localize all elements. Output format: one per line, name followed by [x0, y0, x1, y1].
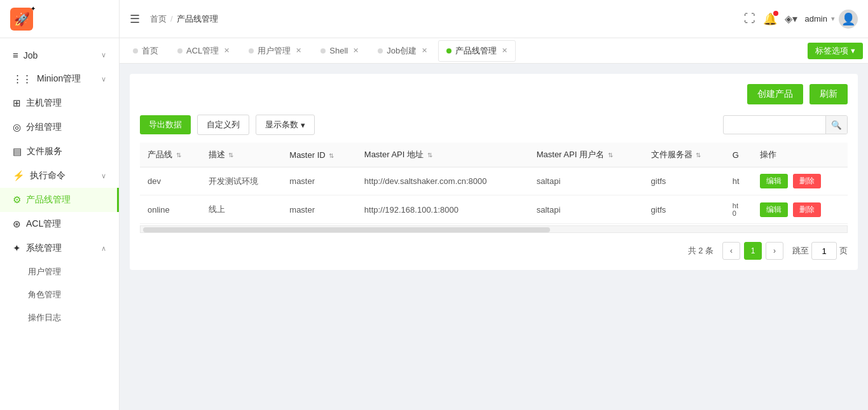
tab-label: Shell [329, 46, 348, 55]
page-jump: 跳至 页 [792, 242, 848, 260]
chevron-down-icon: ∨ [101, 51, 106, 59]
sidebar-item-op-log[interactable]: 操作日志 [0, 306, 119, 329]
tab-user[interactable]: 用户管理 ✕ [240, 40, 310, 62]
sidebar-item-job[interactable]: ≡ Job ∨ [0, 43, 119, 67]
tab-dot [177, 48, 183, 53]
sort-icon[interactable]: ⇅ [696, 152, 701, 159]
sidebar-item-minion[interactable]: ⋮⋮ Minion管理 ∨ [0, 67, 119, 91]
sort-icon[interactable]: ⇅ [329, 152, 334, 159]
page-suffix: 页 [839, 245, 848, 257]
sidebar-item-label: 文件服务 [27, 146, 62, 157]
edit-button[interactable]: 编辑 [760, 174, 788, 188]
sort-icon[interactable]: ⇅ [228, 152, 233, 159]
breadcrumb-current: 产品线管理 [177, 13, 218, 25]
delete-button[interactable]: 删除 [793, 174, 821, 188]
sidebar-item-role-mgmt[interactable]: 角色管理 [0, 283, 119, 306]
breadcrumb-home[interactable]: 首页 [150, 13, 167, 25]
page-prev-button[interactable]: ‹ [722, 242, 740, 260]
tab-product-line[interactable]: 产品线管理 ✕ [438, 40, 516, 62]
cell-action: 编辑 删除 [752, 195, 848, 224]
header-left: ☰ 首页 / 产品线管理 [130, 12, 218, 26]
user-arrow-icon: ▾ [831, 15, 835, 23]
logo-area: 🚀 ✦ [0, 0, 119, 38]
tab-close-icon[interactable]: ✕ [296, 46, 301, 55]
cell-action: 编辑 删除 [752, 167, 848, 195]
export-button[interactable]: 导出数据 [140, 115, 191, 134]
col-header-master-user: Master API 用户名 ⇅ [529, 143, 644, 167]
tag-select-button[interactable]: 标签选项 ▾ [808, 43, 863, 59]
tab-close-icon[interactable]: ✕ [224, 46, 230, 55]
sidebar-item-label: 执行命令 [30, 170, 65, 181]
page-next-button[interactable]: › [766, 242, 783, 260]
sidebar-item-product[interactable]: ⚙ 产品线管理 [0, 188, 119, 212]
sort-icon[interactable]: ⇅ [427, 152, 432, 159]
system-icon: ✦ [13, 243, 21, 254]
sidebar-item-acl[interactable]: ⊛ ACL管理 [0, 212, 119, 236]
notification-wrapper: 🔔 [763, 12, 777, 26]
tab-label: 产品线管理 [455, 45, 497, 57]
job-icon: ≡ [13, 50, 18, 60]
search-button[interactable]: 🔍 [825, 116, 847, 134]
sidebar-item-label: 分组管理 [26, 122, 62, 133]
page-1-button[interactable]: 1 [744, 242, 762, 260]
sidebar: 🚀 ✦ ≡ Job ∨ ⋮⋮ Minion管理 ∨ ⊞ 主机管理 [0, 0, 120, 410]
tab-close-icon[interactable]: ✕ [422, 46, 427, 55]
col-header-file-server: 文件服务器 ⇅ [644, 143, 725, 167]
sidebar-item-label: 产品线管理 [26, 194, 71, 206]
main-area: ☰ 首页 / 产品线管理 ⛶ 🔔 ◈▾ admin ▾ 👤 [120, 0, 868, 410]
tag-select-label: 标签选项 [815, 45, 848, 57]
custom-col-button[interactable]: 自定义列 [197, 115, 249, 135]
exec-icon: ⚡ [13, 170, 25, 181]
sort-icon[interactable]: ⇅ [608, 152, 613, 159]
refresh-button[interactable]: 刷新 [809, 84, 848, 104]
show-rows-label: 显示条数 [265, 119, 298, 131]
hamburger-icon[interactable]: ☰ [130, 12, 140, 26]
show-rows-button[interactable]: 显示条数 ▾ [256, 115, 315, 135]
col-header-desc: 描述 ⇅ [201, 143, 282, 167]
user-info[interactable]: admin ▾ 👤 [805, 10, 858, 29]
cell-master-api: http://192.168.100.1:8000 [357, 195, 529, 224]
fullscreen-icon[interactable]: ⛶ [744, 12, 755, 25]
col-header-g: G [725, 143, 753, 167]
tab-shell[interactable]: Shell ✕ [312, 40, 367, 62]
sidebar-sub-label: 角色管理 [28, 289, 61, 300]
tab-dot-active [446, 48, 451, 53]
sidebar-item-group[interactable]: ◎ 分组管理 [0, 115, 119, 139]
col-header-master-id: Master ID ⇅ [282, 143, 356, 167]
acl-icon: ⊛ [13, 218, 21, 230]
settings-icon[interactable]: ◈▾ [785, 13, 797, 25]
page-jump-input[interactable] [811, 242, 837, 260]
tab-dot [378, 48, 383, 53]
tab-close-icon[interactable]: ✕ [353, 46, 359, 55]
sidebar-sub-label: 操作日志 [28, 312, 61, 323]
breadcrumb: 首页 / 产品线管理 [150, 13, 218, 25]
tab-home[interactable]: 首页 [125, 40, 167, 62]
edit-button[interactable]: 编辑 [760, 202, 788, 217]
host-icon: ⊞ [13, 97, 21, 109]
sidebar-item-user-mgmt[interactable]: 用户管理 [0, 260, 119, 283]
sort-icon[interactable]: ⇅ [176, 152, 181, 159]
delete-button[interactable]: 删除 [793, 202, 821, 217]
header-right: ⛶ 🔔 ◈▾ admin ▾ 👤 [744, 10, 858, 29]
create-product-button[interactable]: 创建产品 [747, 84, 803, 104]
cell-master-user: saltapi [529, 167, 644, 195]
toolbar: 导出数据 自定义列 显示条数 ▾ 🔍 [140, 115, 848, 135]
sidebar-sub-label: 用户管理 [28, 266, 61, 278]
cell-master-user: saltapi [529, 195, 644, 224]
tab-acl[interactable]: ACL管理 ✕ [169, 40, 238, 62]
sidebar-item-exec[interactable]: ⚡ 执行命令 ∨ [0, 164, 119, 188]
chevron-down-icon: ∨ [101, 172, 106, 180]
tab-dot [249, 48, 254, 53]
sidebar-item-host[interactable]: ⊞ 主机管理 [0, 91, 119, 115]
sidebar-item-system[interactable]: ✦ 系统管理 ∧ [0, 236, 119, 260]
sidebar-item-file[interactable]: ▤ 文件服务 [0, 139, 119, 164]
horizontal-scrollbar[interactable] [140, 225, 848, 233]
tab-job-create[interactable]: Job创建 ✕ [369, 40, 436, 62]
logo-icon: 🚀 ✦ [10, 8, 33, 31]
pagination-total: 共 2 条 [688, 245, 713, 257]
search-input[interactable] [724, 120, 825, 130]
tab-close-icon[interactable]: ✕ [502, 46, 507, 55]
cell-g: ht [725, 167, 753, 195]
product-table: 产品线 ⇅ 描述 ⇅ Master ID ⇅ [140, 143, 848, 224]
cell-file-server: gitfs [644, 195, 725, 224]
